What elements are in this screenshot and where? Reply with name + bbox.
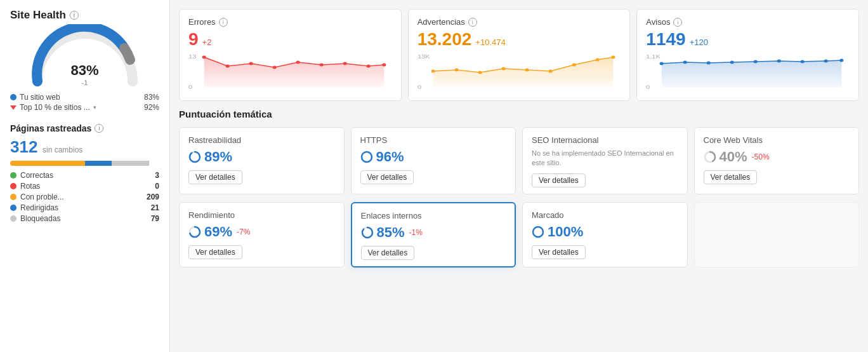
circle-progress-marcado [532,226,544,238]
svg-text:13K: 13K [418,53,430,60]
score-value-marcado: 100% [532,224,678,240]
rotas-dot [10,183,16,189]
top10-triangle-icon [10,105,16,110]
circle-progress-rastreabilidad [188,151,201,163]
score-pct-enlaces-internos: 85% [377,224,405,241]
right-panel: Errores i 9 +2 [170,0,868,352]
circle-progress-core-web-vitals [704,151,716,163]
pages-bar [10,161,159,166]
legend-correctas: Correctas 3 [10,171,159,180]
svg-text:0: 0 [646,84,650,90]
svg-point-45 [362,227,372,238]
mini-chart-errores: 13 0 [188,52,392,95]
stat-num-avisos: 1149 [646,29,685,50]
stat-header-avisos: Avisos i [646,17,850,27]
avisos-info-icon[interactable]: i [673,18,682,27]
errores-info-icon[interactable]: i [219,18,228,27]
stat-header-advertencias: Advertencias i [418,17,621,27]
svg-point-8 [320,64,324,67]
ver-detalles-seo-internacional-btn[interactable]: Ver detalles [532,173,586,187]
score-value-enlaces-internos: 85% -1% [361,224,506,241]
ver-detalles-enlaces-internos-btn[interactable]: Ver detalles [361,246,415,260]
score-card-enlaces-internos: Enlaces internos 85% -1% Ver detalles [351,202,516,267]
con-problemas-label: Con proble... [20,193,64,201]
ver-detalles-core-web-vitals-btn[interactable]: Ver detalles [704,170,758,184]
svg-point-23 [611,56,615,59]
svg-point-6 [273,66,277,69]
stat-card-avisos: Avisos i 1149 +120 1. [636,9,859,101]
svg-point-27 [660,62,664,65]
top10-value: 92% [144,103,159,112]
score-value-https: 96% [360,149,507,165]
svg-point-5 [249,62,253,65]
gauge-svg: 83% -1 [28,24,142,88]
correctas-label: Correctas [20,171,53,180]
legend-con-problemas: Con proble... 209 [10,193,159,201]
rotas-value: 0 [155,182,159,191]
score-pct-https: 96% [376,149,404,165]
stat-value-avisos: 1149 +120 [646,29,850,50]
legend-my-site: Tu sitio web 83% [10,93,159,102]
stat-value-advertencias: 13.202 +10.474 [418,29,621,50]
svg-text:0: 0 [418,84,422,90]
my-site-value: 83% [144,93,159,102]
score-note-seo-internacional: No se ha implementado SEO Internacional … [532,149,678,168]
score-card-core-web-vitals: Core Web Vitals 40% -50% Ver detalles [694,127,860,194]
ver-detalles-rendimiento-btn[interactable]: Ver detalles [188,245,242,259]
pages-sub: sin cambios [43,146,82,154]
score-pct-rastreabilidad: 89% [204,149,232,165]
score-card-https: HTTPS 96% Ver detalles [351,127,516,194]
mini-chart-avisos: 1.1K 0 [646,52,850,95]
score-card-rastreabilidad: Rastreabilidad 89% Ver detalles [179,127,345,194]
stat-delta-avisos: +120 [690,37,708,47]
bloqueadas-value: 79 [151,214,159,223]
chevron-down-icon: ▾ [93,104,96,111]
ver-detalles-marcado-btn[interactable]: Ver detalles [532,245,586,259]
advertencias-info-icon[interactable]: i [468,18,477,27]
gauge-delta: -1 [70,79,98,86]
bloqueadas-dot [10,215,16,222]
con-problemas-dot [10,194,16,200]
legend-top10[interactable]: Top 10 % de sitios ... ▾ 92% [10,103,159,112]
stat-card-advertencias: Advertencias i 13.202 +10.474 [408,9,631,101]
circle-progress-rendimiento [188,226,201,238]
score-delta-enlaces-internos: -1% [409,228,423,237]
svg-point-20 [548,70,552,73]
stat-header-errores: Errores i [188,17,392,27]
svg-text:1.1K: 1.1K [646,53,661,60]
pages-title: Páginas rastreadas i [10,123,159,133]
score-title-seo-internacional: SEO Internacional [532,135,678,145]
score-delta-rendimiento: -7% [237,227,250,236]
stat-value-errores: 9 +2 [188,29,392,50]
svg-point-18 [501,67,505,71]
rotas-label: Rotas [20,182,40,191]
legend-rotas: Rotas 0 [10,182,159,191]
svg-point-34 [824,60,828,63]
pages-info-icon[interactable]: i [95,124,103,133]
bar-orange [10,161,85,166]
score-grid-row2: Rendimiento 69% -7% Ver detalles Enlaces… [179,202,859,267]
svg-point-39 [362,152,372,162]
svg-point-22 [595,58,599,62]
mini-chart-advertencias: 13K 0 [418,52,621,95]
svg-point-3 [202,56,206,59]
score-card-empty [694,202,860,267]
score-pct-core-web-vitals: 40% [720,149,747,165]
redirigidas-label: Redirigidas [20,203,58,212]
bloqueadas-label: Bloqueadas [20,214,60,223]
stat-delta-errores: +2 [202,37,212,47]
svg-point-4 [226,65,230,68]
ver-detalles-rastreabilidad-btn[interactable]: Ver detalles [188,170,242,184]
svg-point-32 [777,60,781,63]
ver-detalles-https-btn[interactable]: Ver detalles [360,170,414,184]
svg-point-15 [431,70,435,73]
stat-title-errores: Errores [188,17,216,27]
stat-title-advertencias: Advertencias [418,17,465,27]
site-health-info-icon[interactable]: i [70,11,79,20]
correctas-value: 3 [155,171,159,180]
svg-point-31 [754,60,758,64]
gauge-container: 83% -1 Tu sitio web 83% [10,24,159,112]
score-title-rendimiento: Rendimiento [188,210,335,220]
puntuacion-section: Puntuación temática [179,109,859,119]
stat-delta-advertencias: +10.474 [475,37,505,47]
